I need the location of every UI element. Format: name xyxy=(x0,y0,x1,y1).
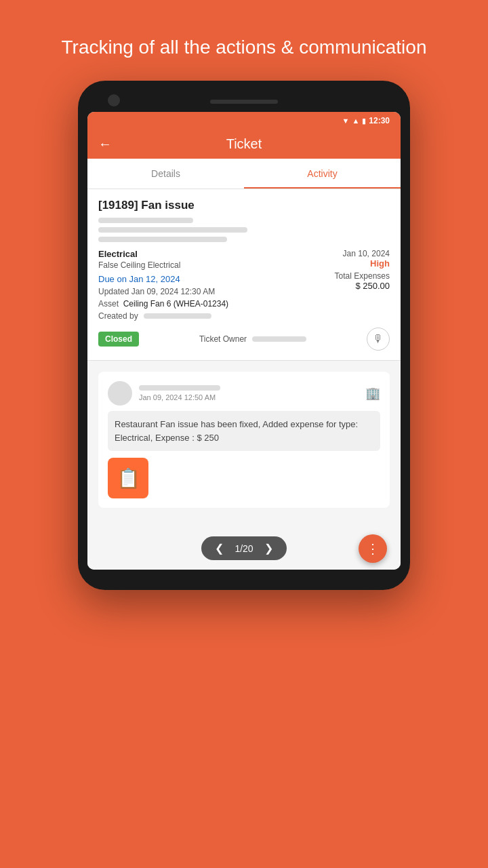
building-icon: 🏢 xyxy=(365,386,380,401)
attachment-thumbnail[interactable]: 📋 xyxy=(108,458,148,498)
asset-label: Asset xyxy=(98,299,119,309)
due-date: Due on Jan 12, 2024 xyxy=(98,274,335,284)
phone-mockup: ▼ ▲ ▮ 12:30 ← Ticket Details Activity [1… xyxy=(78,81,410,590)
signal-icon: ▲ xyxy=(352,117,359,125)
fab-button[interactable]: ⋮ xyxy=(359,534,387,563)
category-label: Electrical xyxy=(98,249,335,259)
document-icon: 📋 xyxy=(117,467,140,490)
skeleton-2 xyxy=(98,227,247,233)
phone-screen: ▼ ▲ ▮ 12:30 ← Ticket Details Activity [1… xyxy=(87,112,401,570)
status-badge: Closed xyxy=(98,332,139,347)
camera-dot xyxy=(108,94,120,106)
tab-activity[interactable]: Activity xyxy=(244,159,401,189)
created-row: Created by xyxy=(98,311,335,321)
pagination-bar: ❮ 1/20 ❯ xyxy=(201,536,286,560)
next-page-button[interactable]: ❯ xyxy=(264,542,273,555)
hero-text: Tracking of all the actions & communicat… xyxy=(7,0,481,81)
activity-meta: Jan 09, 2024 12:50 AM xyxy=(139,385,220,401)
ticket-meta: Electrical False Ceiling Electrical Due … xyxy=(98,249,390,321)
owner-skeleton xyxy=(252,336,306,342)
skeleton-1 xyxy=(98,218,193,223)
activity-message: Restaurant Fan issue has been fixed, Add… xyxy=(108,411,380,451)
updated-label: Updated Jan 09, 2024 12:30 AM xyxy=(98,287,335,296)
meta-left: Electrical False Ceiling Electrical Due … xyxy=(98,249,335,321)
status-time: 12:30 xyxy=(369,116,390,125)
status-icons: ▼ ▲ ▮ 12:30 xyxy=(342,116,390,125)
owner-row: Ticket Owner xyxy=(199,334,306,344)
bottom-nav: ❮ 1/20 ❯ ⋮ xyxy=(87,527,401,570)
tab-details[interactable]: Details xyxy=(87,159,244,189)
expenses-amount: $ 250.00 xyxy=(335,281,390,291)
status-bar: ▼ ▲ ▮ 12:30 xyxy=(87,112,401,130)
mic-button[interactable]: 🎙 xyxy=(367,328,390,351)
back-button[interactable]: ← xyxy=(98,136,112,152)
prev-page-button[interactable]: ❮ xyxy=(215,542,224,555)
ticket-title: [19189] Fan issue xyxy=(98,199,390,212)
activity-card: Jan 09, 2024 12:50 AM 🏢 Restaurant Fan i… xyxy=(98,372,390,508)
avatar xyxy=(108,381,132,406)
activity-name-skeleton xyxy=(139,385,220,391)
ticket-bottom-row: Closed Ticket Owner 🎙 xyxy=(98,328,390,351)
activity-area: Jan 09, 2024 12:50 AM 🏢 Restaurant Fan i… xyxy=(87,361,401,527)
page-indicator: 1/20 xyxy=(235,543,253,554)
category-sub: False Ceiling Electrical xyxy=(98,260,335,270)
tab-bar: Details Activity xyxy=(87,159,401,189)
owner-label: Ticket Owner xyxy=(199,334,247,344)
created-skeleton xyxy=(144,313,211,319)
battery-icon: ▮ xyxy=(362,117,366,125)
asset-name: Ceiling Fan 6 (WHEA-01234) xyxy=(123,299,228,309)
activity-header: Jan 09, 2024 12:50 AM 🏢 xyxy=(108,381,380,406)
asset-row: Asset Ceiling Fan 6 (WHEA-01234) xyxy=(98,299,335,309)
date-label: Jan 10, 2024 xyxy=(335,249,390,258)
skeleton-3 xyxy=(98,237,227,242)
page-title: Ticket xyxy=(226,136,262,152)
mic-icon: 🎙 xyxy=(373,333,384,345)
created-by-label: Created by xyxy=(98,311,138,321)
expenses-label: Total Expenses xyxy=(335,271,390,281)
speaker-bar xyxy=(210,100,278,104)
wifi-icon: ▼ xyxy=(342,117,350,125)
activity-time: Jan 09, 2024 12:50 AM xyxy=(139,393,220,401)
priority-label: High xyxy=(335,258,390,269)
ticket-details: [19189] Fan issue Electrical False Ceili… xyxy=(87,189,401,360)
more-options-icon: ⋮ xyxy=(366,540,380,557)
meta-right: Jan 10, 2024 High Total Expenses $ 250.0… xyxy=(335,249,390,291)
top-bar: ← Ticket xyxy=(87,130,401,159)
